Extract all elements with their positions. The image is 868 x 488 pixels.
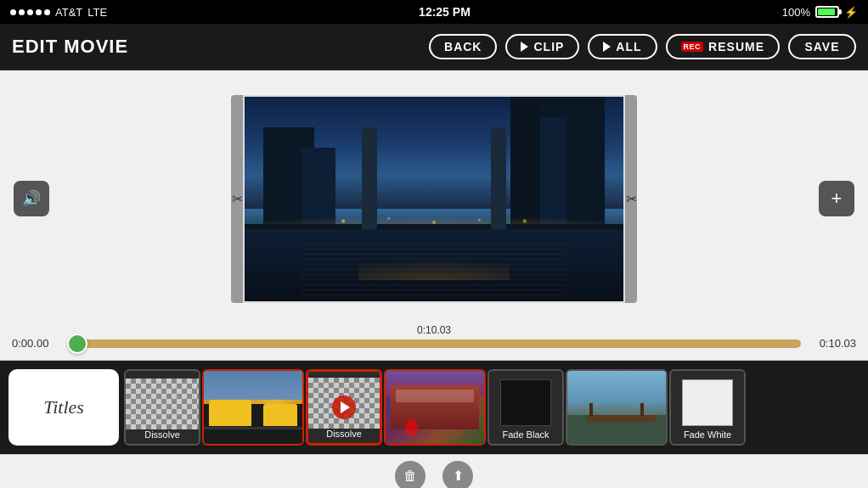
taxi-body <box>209 400 251 425</box>
audio-button[interactable]: 🔊 <box>14 181 49 216</box>
fade-black-label: Fade Black <box>502 429 549 440</box>
reflection-glow <box>358 239 510 280</box>
header-buttons: BACK CLIP ALL REC RESUME SAVE <box>429 34 856 59</box>
fade-white-cell[interactable]: Fade White <box>669 369 746 446</box>
transition-dissolve-1[interactable]: Dissolve <box>124 369 200 446</box>
fade-white-label: Fade White <box>684 429 731 440</box>
rec-badge: REC <box>681 42 704 52</box>
park-thumb <box>567 371 666 444</box>
video-clip-1[interactable] <box>202 369 304 446</box>
plus-icon: + <box>831 188 843 210</box>
status-time: 12:25 PM <box>419 5 471 19</box>
add-clip-button[interactable]: + <box>819 181 854 216</box>
filmstrip-area: Titles Dissolve Dissolve <box>0 361 868 454</box>
delete-button[interactable]: 🗑 <box>395 461 426 489</box>
black-square <box>500 379 551 426</box>
bench-seat <box>587 415 656 422</box>
upload-icon: ⬆ <box>453 468 464 484</box>
main-content: 🔊 ✂ <box>0 70 868 327</box>
timeline-playhead[interactable] <box>67 334 87 354</box>
status-left: AT&T LTE <box>10 6 107 19</box>
bench-leg-1 <box>589 403 593 416</box>
play-triangle <box>341 401 350 413</box>
save-button[interactable]: SAVE <box>788 34 856 59</box>
bridge-scene <box>245 97 623 301</box>
play-clip-icon <box>521 42 528 52</box>
bridge-road <box>245 224 623 229</box>
all-label: ALL <box>616 40 641 53</box>
taxi-2 <box>263 404 297 426</box>
trim-handle-left[interactable]: ✂ <box>231 95 243 303</box>
titles-label: Titles <box>43 396 84 418</box>
video-preview <box>243 95 625 303</box>
charging-icon: ⚡ <box>844 6 858 19</box>
resume-label: RESUME <box>708 40 764 53</box>
carrier-label: AT&T <box>55 6 82 19</box>
timeline-track[interactable]: 0:10.03 <box>67 339 801 348</box>
road-line <box>204 427 302 429</box>
trash-icon: 🗑 <box>403 468 417 484</box>
store-sign <box>396 390 475 402</box>
signal-dots <box>10 9 50 15</box>
timeline-bar: 0:00.00 0:10.03 0:10.03 <box>0 327 868 361</box>
speaker-icon: 🔊 <box>22 189 41 208</box>
end-time: 0:10.03 <box>809 337 856 350</box>
fade-black-cell[interactable]: Fade Black <box>488 369 564 446</box>
taxi-thumb <box>204 371 302 444</box>
network-type: LTE <box>87 6 107 19</box>
trim-handle-right[interactable]: ✂ <box>625 95 637 303</box>
back-button[interactable]: BACK <box>429 34 497 59</box>
header: EDIT MOVIE BACK CLIP ALL REC RESUME SAVE <box>0 24 868 70</box>
resume-button[interactable]: REC RESUME <box>666 34 780 59</box>
back-label: BACK <box>444 40 482 53</box>
park-sky <box>567 371 666 404</box>
play-all-button[interactable]: ALL <box>588 34 657 59</box>
video-container: ✂ <box>243 95 625 303</box>
dissolve-2-label: Dissolve <box>326 429 362 439</box>
bench-leg-2 <box>640 403 644 416</box>
play-all-icon <box>603 42 611 52</box>
play-clip-button[interactable]: CLIP <box>505 34 579 59</box>
start-time: 0:00.00 <box>12 337 59 350</box>
battery-fill <box>818 8 835 15</box>
scissors-left-icon: ✂ <box>232 191 243 207</box>
dissolve-1-label: Dissolve <box>144 429 180 440</box>
upload-button[interactable]: ⬆ <box>442 461 473 489</box>
bridge-tower-right <box>491 127 506 230</box>
clip-label: CLIP <box>533 40 564 53</box>
status-bar: AT&T LTE 12:25 PM 100% ⚡ <box>0 0 868 24</box>
transition-dissolve-2[interactable]: Dissolve <box>306 369 382 446</box>
status-right: 100% ⚡ <box>782 6 858 19</box>
bottom-toolbar: 🗑 ⬆ <box>0 454 868 488</box>
scissors-right-icon: ✂ <box>626 191 637 207</box>
white-square <box>682 379 733 426</box>
battery-icon <box>815 6 839 18</box>
sky-bg <box>204 371 302 400</box>
building-tall <box>510 95 540 230</box>
store-thumb <box>386 371 484 444</box>
play-overlay-transition <box>332 395 356 419</box>
checkerboard-1 <box>126 379 199 429</box>
battery-tip <box>839 9 842 14</box>
battery-percent: 100% <box>782 6 810 19</box>
video-clip-2[interactable] <box>384 369 486 446</box>
page-title: EDIT MOVIE <box>12 36 128 58</box>
bridge-tower-left <box>362 127 377 230</box>
video-clip-3[interactable] <box>566 369 668 446</box>
save-label: SAVE <box>804 40 839 53</box>
mid-time: 0:10.03 <box>417 324 451 336</box>
titles-panel[interactable]: Titles <box>8 369 119 446</box>
no-sign <box>405 419 418 436</box>
